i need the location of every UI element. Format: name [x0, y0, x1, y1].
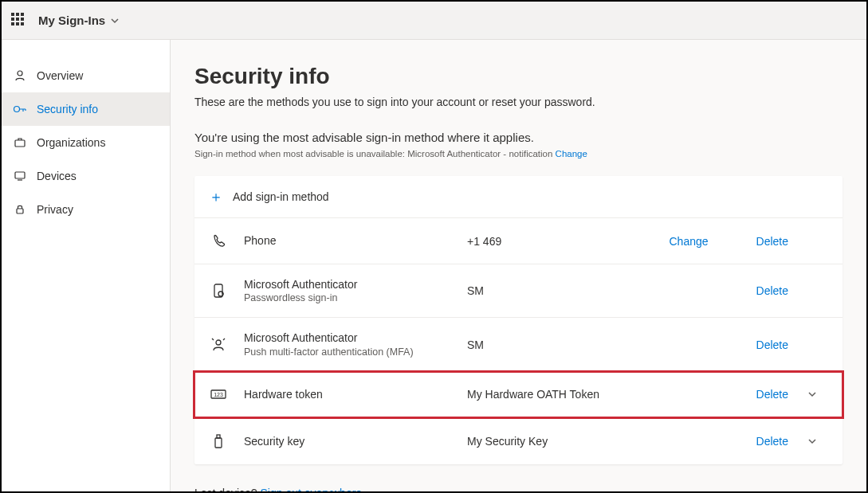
sidebar-item-label: Organizations	[37, 136, 105, 149]
delete-link[interactable]: Delete	[756, 338, 788, 351]
method-actions: Delete	[756, 338, 788, 351]
method-icon: 123	[209, 387, 228, 401]
page-subtitle: These are the methods you use to sign in…	[194, 96, 842, 108]
change-default-method-link[interactable]: Change	[556, 149, 587, 158]
delete-link[interactable]: Delete	[756, 284, 788, 297]
chevron-down-icon[interactable]	[796, 436, 828, 447]
method-actions: Delete	[756, 284, 788, 297]
sign-out-everywhere-link[interactable]: Sign out everywhere	[261, 487, 363, 491]
svg-text:123: 123	[214, 392, 223, 397]
svg-rect-4	[17, 209, 23, 213]
method-row: Microsoft AuthenticatorPasswordless sign…	[194, 264, 842, 318]
sidebar: Overview Security info Organizations Dev…	[2, 40, 171, 491]
main-content: Security info These are the methods you …	[171, 40, 866, 491]
svg-point-1	[14, 107, 20, 112]
method-icon	[209, 233, 228, 249]
method-value: +1 469	[467, 235, 669, 248]
lock-icon	[13, 202, 27, 217]
waffle-icon[interactable]	[11, 13, 27, 29]
device-icon	[13, 169, 27, 183]
delete-link[interactable]: Delete	[756, 235, 788, 248]
app-header: My Sign-Ins	[2, 2, 866, 40]
method-actions: Delete	[756, 388, 788, 401]
method-icon	[209, 433, 228, 449]
change-link[interactable]: Change	[669, 235, 708, 248]
method-icon	[209, 283, 228, 299]
method-value: My Hardware OATH Token	[467, 388, 756, 401]
add-method-label: Add sign-in method	[233, 190, 329, 203]
svg-rect-10	[215, 438, 222, 448]
svg-rect-11	[217, 435, 220, 438]
method-icon	[209, 337, 228, 353]
app-title: My Sign-Ins	[38, 14, 105, 27]
sidebar-item-label: Privacy	[37, 203, 73, 216]
key-icon	[13, 102, 27, 116]
plus-icon: ＋	[209, 187, 223, 206]
svg-point-0	[18, 71, 22, 76]
sidebar-item-label: Security info	[37, 103, 98, 115]
method-value: SM	[467, 284, 756, 297]
method-name: Hardware token	[244, 387, 467, 401]
lost-device-label: Lost device?	[194, 487, 257, 491]
method-row: Microsoft AuthenticatorPush multi-factor…	[194, 318, 842, 371]
lost-device-line: Lost device? Sign out everywhere	[194, 487, 842, 491]
sidebar-item-devices[interactable]: Devices	[2, 159, 170, 193]
sidebar-item-security-info[interactable]: Security info	[2, 92, 170, 126]
method-row: Security keyMy Security KeyDelete	[194, 418, 842, 464]
app-title-dropdown[interactable]: My Sign-Ins	[38, 14, 120, 27]
delete-link[interactable]: Delete	[756, 435, 788, 448]
page-title: Security info	[194, 64, 842, 89]
svg-point-7	[216, 340, 221, 345]
briefcase-icon	[13, 135, 27, 150]
method-actions: ChangeDelete	[669, 235, 788, 248]
method-row: 123Hardware tokenMy Hardware OATH TokenD…	[194, 372, 842, 418]
chevron-down-icon[interactable]	[796, 389, 828, 400]
sidebar-item-organizations[interactable]: Organizations	[2, 126, 170, 159]
sidebar-item-label: Devices	[37, 170, 77, 182]
method-value: My Security Key	[467, 435, 756, 448]
sidebar-item-overview[interactable]: Overview	[2, 59, 170, 92]
methods-card: ＋ Add sign-in method Phone+1 469ChangeDe…	[194, 176, 842, 464]
method-row: Phone+1 469ChangeDelete	[194, 218, 842, 264]
add-sign-in-method-button[interactable]: ＋ Add sign-in method	[194, 176, 842, 218]
method-name: Phone	[244, 233, 467, 248]
chevron-down-icon	[110, 16, 120, 25]
method-name: Security key	[244, 434, 467, 448]
advisable-subtext: Sign-in method when most advisable is un…	[194, 149, 842, 158]
delete-link[interactable]: Delete	[756, 388, 788, 401]
sidebar-item-label: Overview	[37, 69, 83, 82]
sidebar-item-privacy[interactable]: Privacy	[2, 193, 170, 226]
svg-rect-2	[15, 140, 25, 147]
method-name: Microsoft AuthenticatorPush multi-factor…	[244, 331, 467, 358]
method-actions: Delete	[756, 435, 788, 448]
svg-rect-3	[15, 172, 25, 178]
method-value: SM	[467, 338, 756, 351]
person-icon	[13, 68, 27, 83]
advisable-text: You're using the most advisable sign-in …	[194, 131, 842, 144]
method-name: Microsoft AuthenticatorPasswordless sign…	[244, 277, 467, 304]
